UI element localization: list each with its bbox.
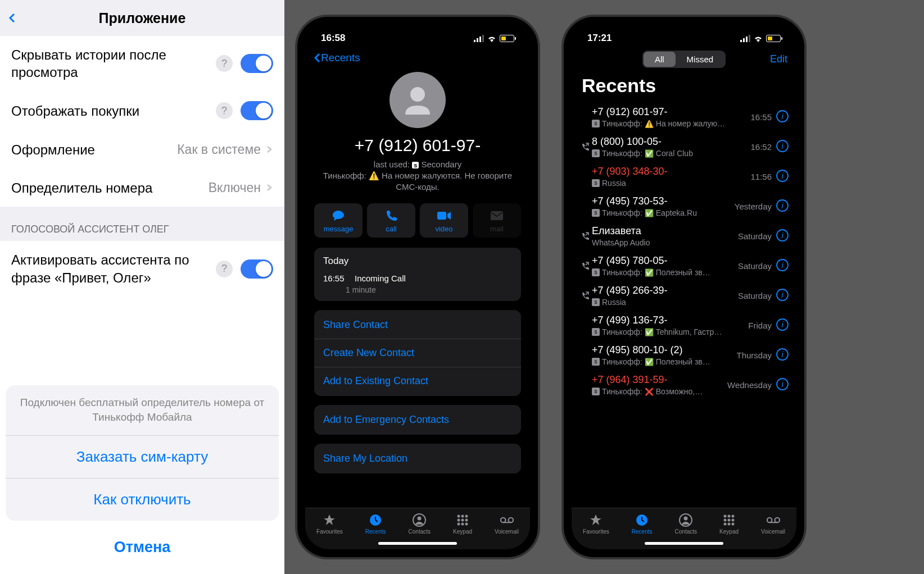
chevron-right-icon	[265, 184, 273, 192]
nav-bar: Recents	[305, 47, 530, 69]
contact-phone: +7 (912) 601-97-	[305, 136, 530, 155]
info-button[interactable]: i	[776, 199, 789, 214]
tab-voicemail[interactable]: Voicemail	[761, 513, 785, 535]
edit-button[interactable]: Edit	[770, 53, 787, 65]
info-button[interactable]: i	[776, 318, 789, 333]
segment-all[interactable]: All	[644, 52, 676, 67]
tab-keypad[interactable]: Keypad	[719, 513, 739, 535]
toggle-show-purchases[interactable]	[241, 101, 273, 120]
svg-point-10	[458, 515, 460, 518]
tab-favourites[interactable]: Favourites	[583, 513, 609, 535]
signal-icon	[740, 35, 750, 42]
tab-keypad[interactable]: Keypad	[453, 513, 472, 535]
call-button[interactable]: call	[367, 203, 415, 238]
tab-contacts[interactable]: Contacts	[409, 513, 431, 535]
segment-control[interactable]: All Missed	[642, 51, 726, 68]
help-icon[interactable]: ?	[216, 102, 233, 119]
svg-rect-22	[740, 40, 742, 42]
recents-row[interactable]: 8 (800) 100-05-sТинькофф:✅Coral Club16:5…	[572, 132, 796, 162]
person-icon	[400, 82, 436, 118]
video-button[interactable]: video	[420, 203, 468, 238]
recents-row[interactable]: ЕлизаветаWhatsApp AudioSaturdayi	[572, 221, 796, 251]
call-icon	[369, 209, 413, 222]
outgoing-icon	[580, 262, 589, 271]
row-number: +7 (495) 266-39-	[592, 285, 738, 297]
row-label: Скрывать истории после просмотра	[11, 46, 216, 81]
svg-rect-0	[474, 40, 475, 42]
recents-list[interactable]: +7 (912) 601-97-sТинькофф:⚠️На номер жал…	[572, 102, 796, 508]
add-existing-button[interactable]: Add to Existing Contact	[314, 367, 521, 395]
svg-rect-3	[482, 35, 484, 42]
emergency-button[interactable]: Add to Emergency Contacts	[314, 406, 521, 434]
svg-point-19	[500, 518, 505, 523]
toggle-hide-stories[interactable]	[241, 54, 273, 73]
sim-badge: s	[592, 268, 600, 276]
contact-links-1: Share Contact Create New Contact Add to …	[314, 310, 521, 396]
tab-recents[interactable]: Recents	[632, 513, 653, 535]
tab-contacts[interactable]: Contacts	[675, 513, 697, 535]
svg-point-14	[461, 519, 464, 522]
row-subtitle: sRussia	[592, 298, 738, 307]
call-log-row[interactable]: 16:55 Incoming Call	[314, 270, 521, 285]
recents-row[interactable]: +7 (964) 391-59-sТинькофф:❌Возможно,…Wed…	[572, 370, 796, 400]
recents-row[interactable]: +7 (903) 348-30-sRussia11:56i	[572, 162, 796, 192]
clock-icon	[632, 513, 653, 527]
recents-row[interactable]: +7 (495) 266-39-sRussiaSaturdayi	[572, 281, 796, 311]
row-hide-stories[interactable]: Скрывать истории после просмотра ?	[0, 36, 284, 91]
row-caller-id[interactable]: Определитель номера Включен	[0, 168, 284, 207]
svg-text:i: i	[781, 261, 783, 270]
row-show-purchases[interactable]: Отображать покупки ?	[0, 91, 284, 130]
phone-recents: 17:21 All Missed Edit Recents +7 (912) 6…	[551, 0, 817, 574]
recents-row[interactable]: +7 (495) 780-05-sТинькофф:✅Полезный зв…S…	[572, 251, 796, 281]
recents-row[interactable]: +7 (912) 601-97-sТинькофф:⚠️На номер жал…	[572, 102, 796, 132]
toggle-assistant[interactable]	[241, 259, 273, 279]
order-sim-button[interactable]: Заказать сим-карту	[6, 436, 279, 479]
back-button[interactable]: Recents	[313, 52, 360, 64]
svg-rect-5	[437, 212, 446, 220]
row-main: 8 (800) 100-05-sТинькофф:✅Coral Club	[592, 136, 750, 158]
svg-point-49	[724, 515, 727, 518]
sim-badge: s	[592, 209, 600, 217]
row-assistant[interactable]: Активировать ассистента по фразе «Привет…	[0, 241, 284, 296]
help-icon[interactable]: ?	[216, 55, 233, 72]
recents-top: All Missed Edit	[572, 47, 796, 71]
tab-favourites[interactable]: Favourites	[316, 513, 343, 535]
home-indicator[interactable]	[378, 542, 457, 545]
info-button[interactable]: i	[776, 348, 789, 363]
info-button[interactable]: i	[776, 170, 789, 184]
recents-row[interactable]: +7 (499) 136-73-sТинькофф:✅Tehnikum, Гас…	[572, 311, 796, 340]
share-contact-button[interactable]: Share Contact	[314, 311, 521, 339]
outgoing-icon	[580, 143, 589, 152]
tab-recents[interactable]: Recents	[365, 513, 386, 535]
how-disable-button[interactable]: Как отключить	[6, 479, 279, 521]
cancel-button[interactable]: Отмена	[6, 526, 279, 568]
action-label: video	[422, 225, 466, 233]
message-button[interactable]: message	[314, 203, 363, 238]
create-contact-button[interactable]: Create New Contact	[314, 339, 521, 367]
svg-text:i: i	[781, 290, 783, 299]
info-button[interactable]: i	[776, 289, 789, 303]
recents-row[interactable]: +7 (495) 800-10- (2)sТинькофф:✅Полезный …	[572, 340, 796, 370]
row-appearance[interactable]: Оформление Как в системе	[0, 130, 284, 168]
info-button[interactable]: i	[776, 259, 789, 274]
row-date: 16:52	[750, 142, 772, 152]
contact-avatar[interactable]	[389, 72, 446, 128]
settings-panel: Приложение Скрывать истории после просмо…	[0, 0, 284, 574]
home-indicator[interactable]	[645, 542, 723, 545]
tab-voicemail[interactable]: Voicemail	[495, 513, 519, 535]
svg-point-59	[774, 518, 780, 523]
keypad-icon	[719, 513, 739, 527]
info-button[interactable]: i	[776, 110, 789, 125]
row-number: 8 (800) 100-05-	[592, 136, 750, 148]
recents-row[interactable]: +7 (495) 730-53-sТинькофф:✅Eapteka.RuYes…	[572, 192, 796, 221]
info-button[interactable]: i	[776, 140, 789, 154]
share-location-button[interactable]: Share My Location	[314, 445, 521, 472]
row-subtitle: sТинькофф:✅Eapteka.Ru	[592, 208, 735, 217]
chevron-right-icon	[265, 145, 273, 153]
segment-missed[interactable]: Missed	[676, 52, 725, 67]
action-label: message	[316, 225, 360, 233]
row-date: Wednesday	[727, 380, 772, 390]
help-icon[interactable]: ?	[216, 261, 233, 277]
info-button[interactable]: i	[776, 378, 789, 393]
info-button[interactable]: i	[776, 229, 789, 244]
